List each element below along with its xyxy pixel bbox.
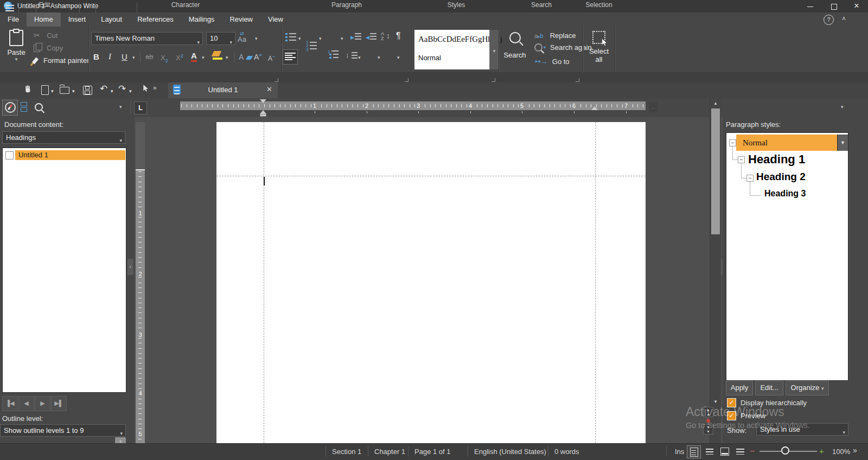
zoom-out-icon[interactable]: − bbox=[750, 446, 755, 456]
pilcrow-button[interactable]: ¶ bbox=[396, 31, 401, 41]
status-page[interactable]: Page 1 of 1 bbox=[414, 448, 451, 456]
go-to-button[interactable]: ‣‣→ Go to bbox=[534, 56, 570, 66]
paste-button[interactable]: Paste ▾ bbox=[4, 30, 28, 62]
menu-tab-file[interactable]: File bbox=[0, 12, 27, 27]
first-line-indent-marker[interactable] bbox=[260, 99, 266, 103]
style-item-normal[interactable]: Normal bbox=[736, 135, 838, 151]
status-word-count[interactable]: 0 words bbox=[554, 448, 579, 456]
style-gallery-scroll[interactable]: ▾ bbox=[489, 30, 499, 69]
zoom-percentage[interactable]: 100% bbox=[832, 448, 850, 456]
go-next-button[interactable]: ▶ bbox=[35, 396, 50, 411]
format-painter-button[interactable]: Format painter bbox=[34, 56, 90, 65]
collapse-ribbon-icon[interactable]: ˄ bbox=[842, 15, 846, 23]
zoom-in-icon[interactable]: + bbox=[819, 446, 824, 456]
content-filter-dropdown-icon[interactable]: ▾ bbox=[119, 135, 122, 146]
redo-dropdown-icon[interactable]: ▾ bbox=[129, 88, 132, 94]
vertical-ruler[interactable]: 12345 bbox=[136, 122, 145, 443]
undo-button[interactable]: ↶ bbox=[100, 83, 107, 94]
vertical-scrollbar[interactable]: ▲ ▼ bbox=[710, 98, 721, 443]
superscript-button[interactable]: X2 bbox=[176, 53, 183, 62]
search-button[interactable]: Search bbox=[502, 31, 527, 59]
organize-button[interactable]: Organize ▾ bbox=[786, 381, 829, 395]
outline-view-button[interactable] bbox=[733, 445, 746, 457]
content-filter-select[interactable]: Headings ▾ bbox=[2, 131, 125, 144]
line-spacing-button[interactable]: ↕ bbox=[346, 51, 358, 61]
menu-tab-home[interactable]: Home bbox=[27, 12, 61, 27]
menu-tab-review[interactable]: Review bbox=[222, 12, 260, 27]
font-name-dropdown-icon[interactable]: ▾ bbox=[197, 36, 200, 48]
right-indent-marker[interactable] bbox=[591, 106, 598, 110]
shrink-font-button[interactable]: A− bbox=[268, 53, 276, 63]
horizontal-ruler[interactable]: 1234567 bbox=[180, 101, 646, 110]
scrollbar-thumb[interactable] bbox=[711, 108, 720, 234]
style-item-heading2[interactable]: Heading 2 bbox=[756, 171, 806, 183]
line-spacing-dropdown-icon[interactable]: ▾ bbox=[358, 55, 361, 60]
underline-button[interactable]: U bbox=[122, 52, 127, 61]
zoom-slider-handle[interactable] bbox=[781, 446, 789, 455]
decrease-indent-button[interactable]: ◀ bbox=[366, 33, 376, 41]
edit-button[interactable]: Edit... bbox=[755, 381, 783, 395]
new-document-button[interactable] bbox=[41, 85, 49, 95]
bullet-list-dropdown-icon[interactable]: ▾ bbox=[298, 36, 301, 41]
panel-splitter-dots[interactable]: ‥ bbox=[649, 103, 658, 112]
main-menu-button[interactable] bbox=[5, 3, 14, 11]
font-color-dropdown-icon[interactable]: ▾ bbox=[202, 55, 205, 60]
preview-checkbox[interactable]: ✓ Preview bbox=[727, 411, 765, 420]
highlight-button[interactable] bbox=[213, 51, 222, 60]
underline-dropdown-icon[interactable]: ▾ bbox=[132, 55, 135, 60]
close-button[interactable]: × bbox=[845, 0, 868, 12]
undo-dropdown-icon[interactable]: ▾ bbox=[111, 88, 113, 94]
expander-heading2[interactable]: − bbox=[746, 175, 754, 182]
browse-object-button[interactable] bbox=[706, 419, 710, 423]
panel-search-button[interactable] bbox=[35, 103, 43, 111]
item-checkbox[interactable] bbox=[5, 151, 14, 159]
insert-mode-indicator[interactable]: Ins bbox=[675, 448, 684, 456]
draft-view-button[interactable] bbox=[703, 445, 716, 457]
cut-button[interactable]: ✂ Cut bbox=[34, 30, 58, 40]
touch-mode-button[interactable] bbox=[23, 85, 33, 97]
borders-dropdown-icon[interactable]: ▾ bbox=[397, 55, 400, 60]
new-document-dropdown-icon[interactable]: ▾ bbox=[51, 88, 54, 94]
numbered-list-dropdown-icon[interactable]: ▾ bbox=[319, 36, 322, 41]
menu-tab-references[interactable]: References bbox=[130, 12, 181, 27]
display-hierarchically-checkbox[interactable]: ✓ Display hierarchically bbox=[727, 398, 807, 407]
italic-button[interactable]: I bbox=[108, 52, 111, 61]
bold-button[interactable]: B bbox=[93, 52, 99, 61]
scroll-down-icon[interactable]: ▼ bbox=[710, 398, 721, 406]
copy-button[interactable]: Copy bbox=[34, 43, 63, 52]
web-view-button[interactable] bbox=[718, 445, 731, 457]
expander-normal[interactable]: − bbox=[729, 139, 736, 146]
clear-formatting-button[interactable]: A bbox=[239, 52, 252, 62]
help-icon[interactable]: ? bbox=[824, 15, 834, 25]
scroll-up-icon[interactable]: ▲ bbox=[710, 99, 721, 108]
style-item-heading1[interactable]: Heading 1 bbox=[748, 152, 805, 167]
document-content-list[interactable]: Untitled 1 bbox=[2, 148, 126, 393]
go-previous-button[interactable]: ◀ bbox=[18, 396, 34, 411]
status-language[interactable]: English (United States) bbox=[474, 448, 546, 456]
align-left-button[interactable] bbox=[283, 49, 298, 65]
shading-dropdown-icon[interactable]: ▾ bbox=[378, 55, 380, 60]
panel-options-dropdown-icon[interactable]: ▾ bbox=[119, 104, 122, 110]
multilevel-list-dropdown-icon[interactable]: ▾ bbox=[341, 36, 343, 41]
save-button[interactable] bbox=[83, 86, 92, 95]
restore-button[interactable] bbox=[822, 0, 845, 12]
style-item-heading3[interactable]: Heading 3 bbox=[764, 189, 806, 199]
change-case-dropdown-icon[interactable]: ▾ bbox=[255, 36, 258, 41]
go-last-button[interactable]: ▶▌ bbox=[51, 396, 67, 411]
open-dropdown-icon[interactable]: ▾ bbox=[72, 88, 75, 94]
open-button[interactable] bbox=[60, 84, 69, 94]
styles-panel-dropdown-icon[interactable]: ▾ bbox=[841, 104, 844, 110]
next-page-button[interactable]: ▼▼ bbox=[703, 424, 713, 435]
document-tab-close-icon[interactable]: ✕ bbox=[266, 85, 272, 93]
font-size-dropdown-icon[interactable]: ▾ bbox=[229, 36, 232, 48]
change-case-button[interactable]: ⇄ Aa bbox=[238, 31, 246, 42]
document-page[interactable] bbox=[216, 122, 646, 443]
numbered-list-button[interactable]: 123 bbox=[306, 42, 317, 50]
document-tab[interactable]: Untitled 1 ✕ bbox=[168, 82, 278, 98]
toolbar-overflow-icon[interactable]: » bbox=[153, 84, 157, 92]
left-indent-marker[interactable] bbox=[260, 114, 266, 117]
strikethrough-button[interactable]: ab bbox=[145, 53, 153, 61]
status-chapter[interactable]: Chapter 1 bbox=[374, 448, 405, 456]
grow-font-button[interactable]: A+ bbox=[254, 52, 262, 62]
menu-tab-mailings[interactable]: Mailings bbox=[181, 12, 222, 27]
